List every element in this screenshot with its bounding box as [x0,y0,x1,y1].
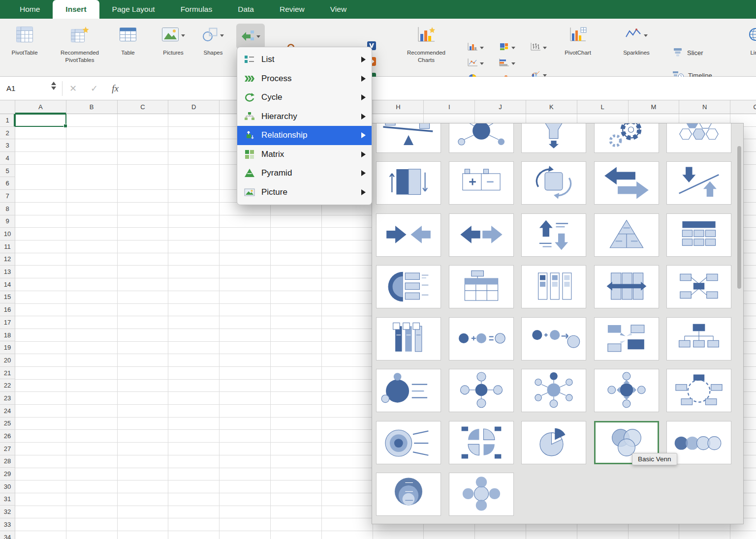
row-header-25[interactable]: 25 [0,418,15,430]
stock-chart-button[interactable] [529,41,548,54]
table-button[interactable]: Table [113,19,143,76]
row-header-12[interactable]: 12 [0,253,15,266]
smartart-layout-balance[interactable] [376,123,441,153]
smartart-layout-target-list[interactable] [376,421,441,464]
tab-page-layout[interactable]: Page Layout [99,0,168,19]
menu-item-cycle[interactable]: Cycle [237,88,372,107]
name-box[interactable]: A1 [0,77,62,100]
row-header-32[interactable]: 32 [0,506,15,518]
gallery-scrollbar[interactable] [737,146,741,289]
smartart-layout-converging-arrows[interactable] [376,213,441,257]
row-header-1[interactable]: 1 [0,114,15,127]
smartart-layout-picture-accent-list[interactable] [376,317,441,360]
menu-item-process[interactable]: Process [237,69,372,89]
cancel-button[interactable]: ✕ [63,83,84,94]
smartart-layout-basic-radial[interactable] [449,369,514,412]
select-all-corner[interactable] [0,100,15,114]
smartart-layout-basic-pie[interactable] [521,421,586,464]
smartart-layout-equation-arrow[interactable] [521,317,586,360]
link-button[interactable]: Link [738,19,756,76]
smartart-layout-counterbalance-arrows[interactable] [666,161,731,205]
smartart-layout-diverging-radial[interactable] [594,369,659,412]
row-header-18[interactable]: 18 [0,329,15,342]
pivottable-button[interactable]: PivotTable [3,19,46,76]
row-header-16[interactable]: 16 [0,303,15,316]
smartart-layout-quadrant-matrix[interactable] [449,421,514,464]
smartart-layout-hexagon-cluster[interactable] [666,123,731,153]
smartart-layout-equation[interactable] [449,317,514,360]
row-header-34[interactable]: 34 [0,531,15,539]
row-header-24[interactable]: 24 [0,405,15,418]
row-header-4[interactable]: 4 [0,152,15,165]
menu-item-relationship[interactable]: Relationship [237,126,372,145]
row-header-10[interactable]: 10 [0,228,15,240]
row-header-3[interactable]: 3 [0,139,15,152]
smartart-layout-multi-directional[interactable] [666,265,731,308]
row-header-6[interactable]: 6 [0,177,15,190]
menu-item-pyramid[interactable]: Pyramid [237,164,372,183]
smartart-layout-opposing-ideas[interactable] [376,161,441,205]
shapes-button[interactable]: Shapes [194,19,232,76]
column-header-b[interactable]: B [66,100,118,114]
column-header-i[interactable]: I [424,100,475,114]
row-header-31[interactable]: 31 [0,493,15,506]
smartart-layout-arrow-ribbon[interactable] [521,213,586,257]
tab-formulas[interactable]: Formulas [168,0,225,19]
scatter-chart-button[interactable] [466,57,485,70]
row-header-2[interactable]: 2 [0,127,15,140]
smartart-layout-opposing-arrows[interactable] [594,161,659,205]
tab-home[interactable]: Home [7,0,53,19]
column-header-n[interactable]: N [679,100,730,114]
column-header-j[interactable]: J [475,100,526,114]
column-header-a[interactable]: A [15,100,66,114]
row-header-15[interactable]: 15 [0,291,15,304]
name-box-stepper[interactable] [51,82,56,90]
row-header-14[interactable]: 14 [0,278,15,291]
treemap-chart-button[interactable] [497,41,517,54]
column-header-o[interactable]: O [730,100,756,114]
smartart-layout-segmented-cycle[interactable] [521,161,586,205]
menu-item-list[interactable]: List [237,50,372,69]
insert-function-button[interactable]: fx [105,83,126,94]
column-chart-button[interactable] [466,41,485,54]
sparklines-button[interactable]: Sparklines [613,19,660,76]
row-header-17[interactable]: 17 [0,316,15,329]
smartart-layout-converging-text[interactable] [594,317,659,360]
smartart-layout-gear[interactable] [594,123,659,153]
smartart-layout-stacked-venn[interactable] [376,473,441,516]
column-header-m[interactable]: M [629,100,680,114]
menu-item-hierarchy[interactable]: Hierarchy [237,107,372,126]
column-header-c[interactable]: C [118,100,169,114]
recommended-charts-button[interactable]: RecommendedCharts [396,19,457,76]
smartart-layout-circle-relationship[interactable] [449,123,514,153]
smartart-layout-plus-and-minus[interactable] [449,161,514,205]
slicer-button[interactable]: Slicer [672,44,703,62]
row-header-5[interactable]: 5 [0,165,15,178]
formula-input[interactable] [126,77,756,100]
smartart-layout-radial-list[interactable] [376,369,441,412]
row-header-19[interactable]: 19 [0,341,15,354]
bar-chart-button[interactable] [497,57,517,70]
row-header-21[interactable]: 21 [0,367,15,380]
column-header-d[interactable]: D [168,100,220,114]
row-header-28[interactable]: 28 [0,455,15,468]
column-header-l[interactable]: L [577,100,629,114]
smartart-layout-half-circle-list[interactable] [376,265,441,308]
row-header-30[interactable]: 30 [0,480,15,493]
pivotchart-button[interactable]: PivotChart [554,19,601,76]
row-header-23[interactable]: 23 [0,392,15,405]
tab-insert[interactable]: Insert [53,0,99,19]
row-header-22[interactable]: 22 [0,379,15,392]
row-header-29[interactable]: 29 [0,468,15,480]
menu-item-matrix[interactable]: Matrix [237,145,372,164]
row-header-7[interactable]: 7 [0,190,15,203]
row-header-20[interactable]: 20 [0,354,15,367]
row-header-27[interactable]: 27 [0,443,15,455]
recommended-pivottables-button[interactable]: RecommendedPivotTables [48,19,111,76]
smartart-layout-table-list[interactable] [666,213,731,257]
smartart-layout-segmented-pyramid[interactable] [594,213,659,257]
enter-button[interactable]: ✓ [84,83,105,94]
pictures-button[interactable]: Pictures [155,19,192,76]
smartart-layout-radial-cluster[interactable] [521,369,586,412]
menu-item-picture[interactable]: Picture [237,183,372,202]
